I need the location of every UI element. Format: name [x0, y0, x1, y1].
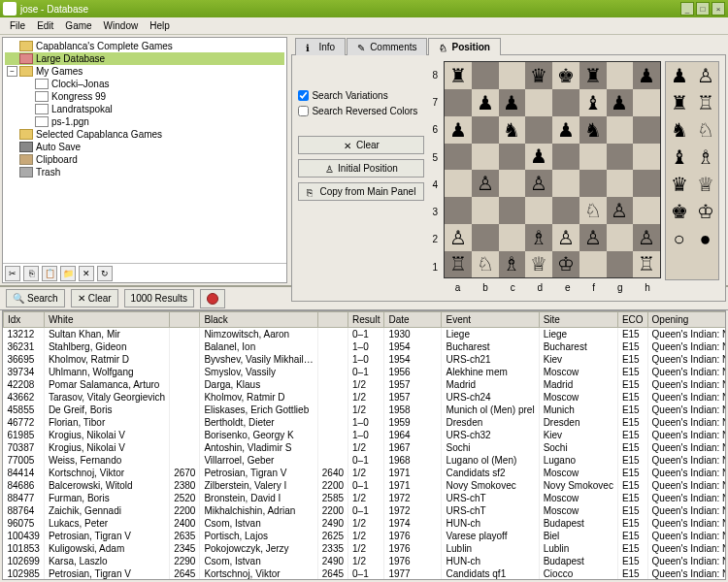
square-h1[interactable]: ♖	[633, 251, 660, 278]
table-row[interactable]: 84414Kortschnoj, Viktor2670Petrosian, Ti…	[4, 467, 727, 479]
square-d6[interactable]	[525, 116, 552, 144]
table-row[interactable]: 36231Stahlberg, GideonBalanel, Ion1–0195…	[4, 340, 727, 353]
square-c7[interactable]: ♟	[499, 89, 526, 116]
tab-info[interactable]: ℹInfo	[295, 38, 346, 55]
paste-button[interactable]: 📋	[42, 266, 57, 281]
square-f8[interactable]: ♜	[579, 62, 607, 89]
square-h3[interactable]	[633, 197, 660, 224]
square-a4[interactable]	[445, 170, 472, 197]
menu-file[interactable]: File	[4, 18, 31, 33]
square-b1[interactable]: ♘	[472, 251, 499, 278]
column-header[interactable]: White	[44, 312, 169, 328]
table-row[interactable]: 96075Lukacs, Peter2400Csom, Istvan24901/…	[4, 517, 727, 530]
square-c5[interactable]	[499, 144, 526, 171]
tree-item[interactable]: ps-1.pgn	[5, 115, 284, 128]
cut-button[interactable]: ✂	[5, 266, 20, 281]
square-h2[interactable]: ♙	[633, 224, 660, 251]
square-d3[interactable]	[525, 197, 552, 224]
column-header[interactable]: Site	[539, 312, 617, 328]
square-e2[interactable]: ♙	[552, 224, 579, 251]
table-row[interactable]: 70387Krogius, Nikolai VAntoshin, Vladimi…	[4, 441, 727, 454]
square-b5[interactable]	[472, 144, 499, 171]
palette-piece[interactable]: ♜	[666, 89, 692, 116]
search-button[interactable]: 🔍Search	[6, 289, 65, 307]
table-row[interactable]: 84686Balcerowski, Witold2380Zilberstein,…	[4, 479, 727, 492]
square-f6[interactable]: ♞	[579, 116, 607, 144]
palette-piece[interactable]	[692, 252, 718, 279]
square-e7[interactable]	[552, 89, 579, 116]
clear-search-button[interactable]: ✕Clear	[71, 289, 118, 307]
square-d1[interactable]: ♕	[525, 251, 552, 278]
table-row[interactable]: 46772Florian, TiborBertholdt, Dieter1–01…	[4, 416, 727, 429]
tree-item[interactable]: Capablanca's Complete Games	[5, 40, 284, 52]
square-a7[interactable]	[445, 89, 472, 116]
column-header[interactable]: Idx	[4, 312, 45, 328]
square-d7[interactable]	[525, 89, 552, 116]
table-row[interactable]: 61985Krogius, Nikolai VBorisenko, Georgy…	[4, 429, 727, 441]
square-a2[interactable]: ♙	[445, 224, 472, 251]
square-d2[interactable]: ♗	[525, 224, 552, 251]
square-e5[interactable]	[552, 144, 579, 171]
square-a1[interactable]: ♖	[445, 251, 472, 278]
column-header[interactable]	[317, 312, 347, 328]
palette-piece[interactable]: ♖	[692, 89, 718, 116]
tree-item[interactable]: Trash	[5, 166, 284, 178]
tree-item[interactable]: Kongress 99	[5, 90, 284, 103]
square-h8[interactable]: ♟	[633, 62, 660, 89]
games-grid[interactable]: IdxWhiteBlackResultDateEventSiteECOOpeni…	[2, 310, 726, 580]
table-row[interactable]: 102985Petrosian, Tigran V2645Kortschnoj,…	[4, 567, 727, 580]
palette-piece[interactable]: ♟	[666, 62, 692, 89]
tab-comments[interactable]: ✎Comments	[347, 38, 427, 55]
table-row[interactable]: 43662Tarasov, Vitaly GeorgievichKholmov,…	[4, 391, 727, 404]
table-row[interactable]: 88477Furman, Boris2520Bronstein, David I…	[4, 492, 727, 504]
square-c4[interactable]	[499, 170, 526, 197]
expand-icon[interactable]: −	[7, 66, 17, 77]
column-header[interactable]	[170, 312, 200, 328]
close-button[interactable]: ×	[711, 2, 725, 16]
square-f2[interactable]: ♙	[579, 224, 607, 251]
piece-palette[interactable]: ♟♙♜♖♞♘♝♗♛♕♚♔○●	[665, 61, 719, 280]
tree-item[interactable]: −My Games	[5, 65, 284, 78]
table-row[interactable]: 101853Kuligowski, Adam2345Pokojowczyk, J…	[4, 542, 727, 555]
square-g2[interactable]	[607, 224, 634, 251]
table-row[interactable]: 13212Sultan Khan, MirNimzowitsch, Aaron0…	[4, 328, 727, 341]
square-c3[interactable]	[499, 197, 526, 224]
square-e8[interactable]: ♚	[552, 62, 579, 89]
palette-piece[interactable]: ♚	[666, 198, 692, 225]
column-header[interactable]: Event	[442, 312, 539, 328]
palette-piece[interactable]: ♞	[666, 116, 692, 144]
menu-game[interactable]: Game	[59, 18, 97, 33]
palette-piece[interactable]: ♗	[692, 144, 718, 171]
table-row[interactable]: 45855De Greif, BorisEliskases, Erich Got…	[4, 404, 727, 416]
tree-item[interactable]: Clocki–Jonas	[5, 78, 284, 90]
delete-button[interactable]: ✕	[79, 266, 94, 281]
refresh-button[interactable]: ↻	[97, 266, 113, 281]
maximize-button[interactable]: □	[696, 2, 710, 16]
tree-item[interactable]: Auto Save	[5, 141, 284, 153]
tree-item[interactable]: Landratspokal	[5, 103, 284, 115]
palette-piece[interactable]	[666, 252, 692, 279]
square-g8[interactable]	[607, 62, 634, 89]
table-row[interactable]: 77005Weiss, FernandoVillarroel, Geber0–1…	[4, 454, 727, 467]
new-folder-button[interactable]: 📁	[60, 266, 76, 281]
square-c6[interactable]: ♞	[499, 116, 526, 144]
palette-piece[interactable]: ●	[692, 225, 718, 252]
square-g1[interactable]	[607, 251, 634, 278]
square-b2[interactable]	[472, 224, 499, 251]
menu-window[interactable]: Window	[98, 18, 145, 33]
square-a3[interactable]	[445, 197, 472, 224]
square-e1[interactable]: ♔	[552, 251, 579, 278]
table-row[interactable]: 100439Petrosian, Tigran V2635Portisch, L…	[4, 530, 727, 542]
tab-position[interactable]: ♘Position	[428, 38, 500, 55]
square-c8[interactable]	[499, 62, 526, 89]
square-g6[interactable]	[607, 116, 634, 144]
copy-button[interactable]: ⎘	[23, 266, 39, 281]
column-header[interactable]: ECO	[617, 312, 647, 328]
tree-item[interactable]: Clipboard	[5, 153, 284, 166]
clear-position-button[interactable]: ✕Clear	[298, 136, 424, 154]
tree-item[interactable]: Selected Capablanca Games	[5, 128, 284, 141]
square-f5[interactable]	[579, 144, 607, 171]
column-header[interactable]: Result	[348, 312, 384, 328]
square-d5[interactable]: ♟	[525, 144, 552, 171]
column-header[interactable]: Opening	[647, 312, 726, 328]
